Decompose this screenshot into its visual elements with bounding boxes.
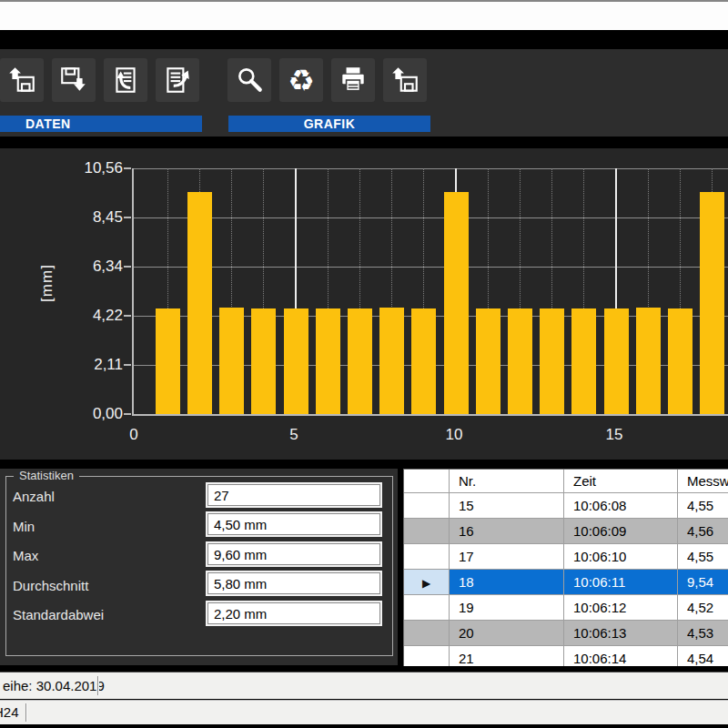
chart-bar: [508, 308, 532, 414]
cell-nr[interactable]: 17: [450, 544, 564, 570]
cell-messwert[interactable]: 4,55: [678, 493, 728, 519]
chart-bar: [348, 308, 372, 414]
save-graphic-button[interactable]: [383, 58, 427, 102]
cell-zeit[interactable]: 10:06:09: [564, 519, 678, 544]
cell-messwert[interactable]: 4,55: [678, 544, 728, 570]
row-selector[interactable]: [404, 621, 450, 646]
cell-nr[interactable]: 20: [450, 621, 564, 646]
recycle-icon: ♻: [288, 66, 315, 96]
statusbar-date-text: eihe: 30.04.2019: [3, 672, 105, 699]
import-data-button[interactable]: [104, 58, 147, 102]
statusbar-row2: H24: [0, 700, 728, 724]
cell-nr[interactable]: 21: [450, 646, 564, 666]
cell-zeit[interactable]: 10:06:14: [564, 646, 678, 666]
chart-bar: [316, 308, 340, 414]
row-selector[interactable]: [404, 646, 450, 666]
x-tick-label: 10: [439, 426, 470, 444]
statusbar-id-text: H24: [0, 701, 19, 724]
y-tick-label: 2,11: [50, 356, 123, 374]
y-tick-label: 8,45: [50, 208, 123, 227]
y-tick-label: 0,00: [50, 405, 123, 423]
stat-value-max[interactable]: [207, 543, 380, 565]
cell-zeit[interactable]: 10:06:10: [564, 544, 678, 570]
chart-bar: [604, 308, 629, 414]
row-selector[interactable]: [404, 519, 450, 544]
x-tick-label: 5: [278, 426, 309, 444]
magnifier-icon: [234, 65, 265, 96]
table-header-zeit[interactable]: Zeit: [564, 470, 678, 493]
cell-messwert[interactable]: 4,52: [678, 595, 728, 621]
x-tick-label: 15: [599, 426, 630, 444]
statistics-title: Statistiken: [14, 469, 79, 482]
stat-value-standardabwei[interactable]: [207, 602, 380, 624]
statusbar-row1: eihe: 30.04.2019: [0, 672, 728, 699]
cell-zeit[interactable]: 10:06:13: [564, 621, 678, 646]
toolbar: ♻ DATEN GRAFIK: [0, 49, 728, 136]
load-data-button[interactable]: [0, 58, 44, 102]
export-data-button[interactable]: [156, 58, 199, 102]
floppy-arrow-up-icon: [389, 65, 420, 96]
chart-bar: [636, 308, 661, 414]
document-arrow-in-icon: [110, 65, 141, 96]
toolbar-group-label-daten: DATEN: [0, 116, 202, 132]
cell-messwert[interactable]: 4,54: [678, 646, 728, 666]
chart-bar: [219, 308, 244, 414]
stat-value-anzahl[interactable]: [207, 484, 380, 506]
stat-value-durchschnitt[interactable]: [207, 572, 380, 594]
statistics-panel: Statistiken Anzahl Min Max Durchschnitt …: [0, 469, 398, 665]
chart-bar: [284, 308, 308, 414]
cell-messwert[interactable]: 9,54: [678, 570, 728, 595]
stat-label-max: Max: [13, 545, 38, 567]
chart-bar: [700, 192, 724, 414]
chart-bar: [668, 308, 693, 414]
toolbar-group-label-grafik: GRAFIK: [228, 116, 430, 132]
cell-messwert[interactable]: 4,53: [678, 621, 728, 646]
chart-bar: [444, 192, 469, 414]
stat-label-anzahl: Anzahl: [13, 486, 55, 508]
print-button[interactable]: [331, 58, 375, 102]
cell-zeit[interactable]: 10:06:11: [564, 570, 678, 595]
chart-panel: [mm] 10,56 8,45 6,34 4,22 2,11 0,00 0 5 …: [0, 148, 728, 460]
cell-zeit[interactable]: 10:06:08: [564, 493, 678, 519]
app-window: { "colors": { "accent_blue": "#1358b0", …: [0, 0, 728, 728]
chart-bar: [156, 308, 180, 414]
chart-bar: [411, 308, 436, 414]
stat-label-standardabwei: Standardabwei: [13, 604, 104, 626]
table-header-selector: [404, 470, 450, 493]
y-tick-label: 4,22: [50, 307, 123, 325]
printer-icon: [338, 65, 369, 96]
plot-area: [132, 168, 728, 416]
save-data-button[interactable]: [52, 58, 96, 102]
row-selector[interactable]: [404, 493, 450, 519]
cell-nr[interactable]: 19: [450, 595, 564, 621]
cell-nr[interactable]: 18: [450, 570, 564, 595]
row-selector[interactable]: [404, 595, 450, 621]
cell-nr[interactable]: 16: [450, 519, 564, 544]
cell-messwert[interactable]: 4,56: [678, 519, 728, 544]
cell-nr[interactable]: 15: [450, 493, 564, 519]
chart-bar: [540, 308, 564, 414]
window-title-area: [0, 2, 728, 30]
stat-label-durchschnitt: Durchschnitt: [13, 575, 88, 597]
row-selector[interactable]: [404, 544, 450, 570]
y-tick-label: 6,34: [50, 258, 123, 276]
zoom-button[interactable]: [228, 58, 271, 102]
document-arrow-out-icon: [162, 65, 193, 96]
table-header-messwert[interactable]: Messwert: [678, 470, 728, 493]
cell-zeit[interactable]: 10:06:12: [564, 595, 678, 621]
row-selector-arrow[interactable]: [404, 570, 450, 595]
refresh-button[interactable]: ♻: [279, 58, 323, 102]
stat-label-min: Min: [13, 516, 35, 538]
statusbar-separator: [97, 676, 98, 695]
floppy-arrow-down-icon: [58, 65, 89, 96]
x-tick-label: 0: [118, 426, 149, 444]
statusbar-separator: [25, 703, 26, 722]
measurement-table: Nr. Zeit Messwert 15 10:06:08 4,55 16 10…: [403, 469, 728, 666]
stat-value-min[interactable]: [207, 513, 380, 535]
floppy-arrow-up-icon: [6, 65, 37, 96]
chart-bar: [476, 308, 500, 414]
chart-bar: [571, 308, 596, 414]
chart-bar: [187, 192, 212, 414]
table-header-nr[interactable]: Nr.: [450, 470, 564, 493]
chart-bar: [251, 308, 276, 414]
